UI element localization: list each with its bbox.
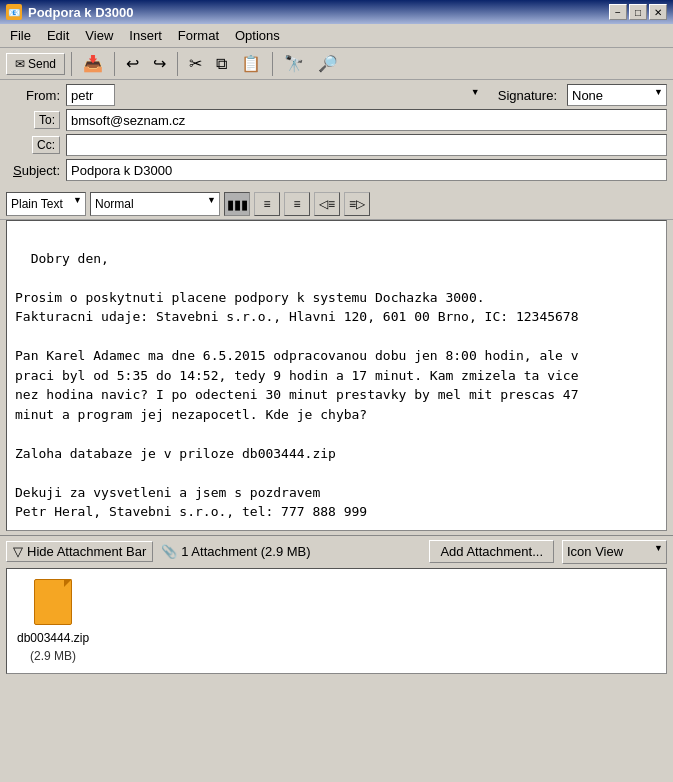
cc-row: Cc: (6, 134, 667, 156)
signature-label: Signature: (498, 88, 557, 103)
file-icon-fold (64, 579, 72, 587)
window-title: Podpora k D3000 (28, 5, 134, 20)
from-row: From: petr Signature: None (6, 84, 667, 106)
to-button[interactable]: To: (34, 111, 60, 129)
toolbar-separator (71, 52, 72, 76)
menu-bar: File Edit View Insert Format Options (0, 24, 673, 48)
maximize-button[interactable]: □ (629, 4, 647, 20)
undo-icon: ↩ (126, 54, 139, 73)
menu-insert[interactable]: Insert (123, 26, 168, 45)
toolbar-separator-4 (272, 52, 273, 76)
send-icon: ✉ (15, 57, 25, 71)
paste-button[interactable]: 📋 (236, 51, 266, 76)
align-center-icon: ≡ (263, 197, 270, 211)
align-left-icon: ▮▮▮ (227, 197, 248, 212)
menu-view[interactable]: View (79, 26, 119, 45)
message-text: Dobry den, Prosim o poskytnuti placene p… (15, 251, 579, 520)
format-select[interactable]: Plain Text (6, 192, 86, 216)
cc-button[interactable]: Cc: (32, 136, 60, 154)
hide-attachment-button[interactable]: ▽ Hide Attachment Bar (6, 541, 153, 562)
attachment-count: 1 Attachment (2.9 MB) (181, 544, 310, 559)
menu-file[interactable]: File (4, 26, 37, 45)
spellcheck-button[interactable]: 🔎 (313, 51, 343, 76)
toolbar-separator-3 (177, 52, 178, 76)
title-bar: 📧 Podpora k D3000 − □ ✕ (0, 0, 673, 24)
add-attachment-button[interactable]: Add Attachment... (429, 540, 554, 563)
style-select[interactable]: Normal (90, 192, 220, 216)
indent-right-icon: ≡▷ (349, 197, 365, 211)
toolbar-separator-2 (114, 52, 115, 76)
menu-format[interactable]: Format (172, 26, 225, 45)
view-select-wrapper: Icon View (562, 540, 667, 564)
to-row: To: (6, 109, 667, 131)
signature-select[interactable]: None (567, 84, 667, 106)
redo-button[interactable]: ↪ (148, 51, 171, 76)
attachment-filename: db003444.zip (17, 631, 89, 645)
from-left: From: petr (6, 84, 484, 106)
copy-icon: ⧉ (216, 55, 227, 73)
triangle-icon: ▽ (13, 544, 23, 559)
to-input[interactable] (66, 109, 667, 131)
attachment-item[interactable]: db003444.zip (2.9 MB) (17, 579, 89, 663)
paste-icon: 📋 (241, 54, 261, 73)
redo-icon: ↪ (153, 54, 166, 73)
window-controls: − □ ✕ (609, 4, 667, 20)
paperclip-icon: 📎 (161, 544, 177, 559)
message-body[interactable]: Dobry den, Prosim o poskytnuti placene p… (6, 220, 667, 531)
format-bar: Plain Text Normal ▮▮▮ ≡ ≡ ◁≡ ≡▷ (0, 189, 673, 220)
style-select-wrapper: Normal (90, 192, 220, 216)
minimize-button[interactable]: − (609, 4, 627, 20)
attachment-area: db003444.zip (2.9 MB) (6, 568, 667, 674)
cc-input[interactable] (66, 134, 667, 156)
from-label: From: (6, 88, 66, 103)
align-indent-right-button[interactable]: ≡▷ (344, 192, 370, 216)
cut-button[interactable]: ✂ (184, 51, 207, 76)
copy-button[interactable]: ⧉ (211, 52, 232, 76)
from-select[interactable]: petr (66, 84, 115, 106)
download-icon: 📥 (83, 54, 103, 73)
file-icon (29, 579, 77, 627)
download-icon-button[interactable]: 📥 (78, 51, 108, 76)
send-button[interactable]: ✉ Send (6, 53, 65, 75)
binoculars-icon: 🔭 (284, 54, 304, 73)
align-left-button[interactable]: ▮▮▮ (224, 192, 250, 216)
close-button[interactable]: ✕ (649, 4, 667, 20)
spellcheck-icon: 🔎 (318, 54, 338, 73)
format-select-wrapper: Plain Text (6, 192, 86, 216)
align-indent-left-button[interactable]: ◁≡ (314, 192, 340, 216)
menu-options[interactable]: Options (229, 26, 286, 45)
cut-icon: ✂ (189, 54, 202, 73)
compose-area: From: petr Signature: None To: Cc: Subje… (0, 80, 673, 189)
menu-edit[interactable]: Edit (41, 26, 75, 45)
app-icon: 📧 (6, 4, 22, 20)
subject-label: Subject: (6, 163, 66, 178)
subject-row: Subject: (6, 159, 667, 181)
toolbar: ✉ Send 📥 ↩ ↪ ✂ ⧉ 📋 🔭 🔎 (0, 48, 673, 80)
hide-attachment-label: Hide Attachment Bar (27, 544, 146, 559)
subject-input[interactable] (66, 159, 667, 181)
align-right-icon: ≡ (293, 197, 300, 211)
indent-left-icon: ◁≡ (319, 197, 335, 211)
align-center-button[interactable]: ≡ (254, 192, 280, 216)
attachment-bar: ▽ Hide Attachment Bar 📎 1 Attachment (2.… (0, 535, 673, 568)
find-button[interactable]: 🔭 (279, 51, 309, 76)
undo-button[interactable]: ↩ (121, 51, 144, 76)
view-select[interactable]: Icon View (562, 540, 667, 564)
attachment-size: (2.9 MB) (30, 649, 76, 663)
align-right-button[interactable]: ≡ (284, 192, 310, 216)
attachment-info: 📎 1 Attachment (2.9 MB) (161, 544, 421, 559)
